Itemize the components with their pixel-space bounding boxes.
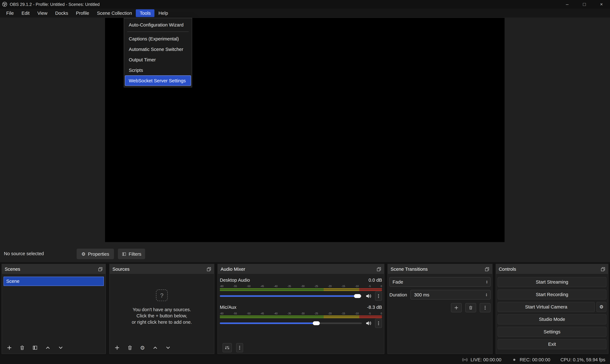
meter-tick-label: -30 [301, 312, 305, 315]
transition-select[interactable]: Fade ▴▾ [389, 277, 491, 287]
tools-dropdown-menu: Auto-Configuration Wizard Captions (Expe… [124, 18, 192, 87]
audio-mixer-body: Desktop Audio 0.0 dB -60-55-50-45-40-35-… [218, 274, 384, 353]
status-bar: LIVE: 00:00:00 REC: 00:00:00 CPU: 0.1%, … [0, 355, 610, 364]
add-scene-button plus-icon[interactable] [7, 345, 12, 350]
add-transition-button[interactable] [451, 303, 462, 312]
remove-scene-button trash-icon[interactable] [19, 345, 25, 350]
menu-docks[interactable]: Docks [51, 9, 72, 17]
meter-tick-label: -10 [355, 312, 359, 315]
channel-name: Mic/Aux [220, 304, 236, 310]
sources-list[interactable]: ? You don't have any sources. Click the … [110, 274, 214, 353]
meter-tick-label: -60 [220, 284, 223, 288]
kebab-icon [376, 294, 381, 298]
filters-button[interactable]: Filters [118, 249, 145, 259]
remove-transition-button[interactable] [465, 303, 476, 312]
menu-item-scripts[interactable]: Scripts [125, 65, 191, 75]
properties-button[interactable]: ⚙ Properties [77, 249, 114, 259]
mixer-channel-desktop-audio: Desktop Audio 0.0 dB -60-55-50-45-40-35-… [220, 277, 382, 301]
maximize-button[interactable]: □ [576, 0, 593, 9]
duration-spinbox[interactable]: 300 ms ▴▾ [411, 290, 491, 299]
scenes-list: Scene [2, 274, 105, 353]
remove-source-button trash-icon[interactable] [127, 345, 133, 350]
channel-menu-button[interactable] [375, 319, 382, 328]
channel-volume-db: 0.0 dB [368, 277, 382, 283]
scene-list-item[interactable]: Scene [3, 277, 104, 286]
move-source-up-button chevron-up-icon[interactable] [152, 345, 158, 350]
scene-transitions-body: Fade ▴▾ Duration 300 ms ▴▾ [388, 274, 492, 353]
source-properties-button gear-icon[interactable]: ⚙ [140, 345, 145, 351]
meter-tick-label: -25 [314, 284, 318, 288]
menu-tools[interactable]: Tools [136, 9, 155, 17]
meter-tick-label: -60 [220, 312, 223, 315]
mixer-menu-button[interactable] [236, 343, 243, 352]
scene-transitions-title: Scene Transitions [390, 266, 428, 272]
meter-tick-label: -40 [274, 312, 277, 315]
meter-tick-label: -20 [328, 284, 332, 288]
kebab-icon [237, 345, 242, 350]
volume-meter [220, 288, 382, 289]
volume-slider[interactable] [220, 323, 362, 324]
start-recording-button[interactable]: Start Recording [498, 289, 607, 299]
move-source-down-button chevron-down-icon[interactable] [165, 345, 171, 350]
menu-item-auto-configuration-wizard[interactable]: Auto-Configuration Wizard [125, 19, 191, 30]
transition-menu-button[interactable] [480, 303, 491, 312]
move-scene-down-button chevron-down-icon[interactable] [58, 345, 63, 350]
meter-tick-label: -30 [301, 284, 305, 288]
audio-mixer-title: Audio Mixer [221, 266, 245, 272]
scene-filters-button filter-icon[interactable] [32, 345, 38, 350]
menu-item-output-timer[interactable]: Output Timer [125, 54, 191, 65]
minimize-button[interactable]: – [559, 0, 576, 9]
popout-icon[interactable] [98, 267, 103, 271]
sources-empty-state: ? You don't have any sources. Click the … [110, 289, 214, 325]
sources-panel: Sources ? You don't have any sources. Cl… [109, 264, 214, 354]
popout-icon[interactable] [207, 267, 211, 271]
exit-button[interactable]: Exit [498, 339, 607, 350]
popout-icon[interactable] [376, 267, 381, 271]
kebab-icon [376, 321, 381, 325]
volume-slider-handle[interactable] [354, 294, 361, 298]
volume-slider[interactable] [220, 295, 362, 297]
gear-icon: ⚙ [599, 304, 603, 310]
meter-tick-label: -5 [368, 312, 371, 315]
channel-name: Desktop Audio [220, 277, 250, 283]
start-virtual-camera-button[interactable]: Start Virtual Camera [498, 302, 595, 312]
popout-icon[interactable] [601, 267, 605, 271]
menu-item-captions[interactable]: Captions (Experimental) [125, 33, 191, 44]
menu-scene-collection[interactable]: Scene Collection [93, 9, 136, 17]
popout-icon[interactable] [485, 267, 489, 271]
meter-tick-label: -50 [247, 284, 250, 288]
close-button[interactable]: × [593, 0, 610, 9]
menu-edit[interactable]: Edit [18, 9, 33, 17]
meter-tick-label: -50 [247, 312, 250, 315]
meter-tick-label: 0 [381, 312, 382, 315]
studio-mode-button[interactable]: Studio Mode [498, 314, 607, 325]
volume-slider-handle[interactable] [313, 321, 320, 325]
settings-button[interactable]: Settings [498, 327, 607, 337]
scenes-panel-header: Scenes [2, 264, 105, 274]
transition-selected-value: Fade [393, 279, 403, 285]
menu-item-websocket-server-settings[interactable]: WebSocket Server Settings [125, 75, 191, 86]
meter-tick-label: 0 [381, 284, 382, 288]
add-source-button plus-icon[interactable] [114, 345, 120, 350]
speaker-icon mute-toggle[interactable] [365, 293, 372, 299]
meter-tick-label: -25 [314, 312, 318, 315]
menu-file[interactable]: File [2, 9, 18, 17]
meter-tick-label: -35 [288, 284, 291, 288]
move-scene-up-button chevron-up-icon[interactable] [45, 345, 51, 350]
menu-view[interactable]: View [33, 9, 51, 17]
advanced-audio-button[interactable] [222, 343, 232, 352]
start-streaming-button[interactable]: Start Streaming [498, 277, 607, 287]
menu-bar: File Edit View Docks Profile Scene Colle… [0, 9, 610, 17]
menu-help[interactable]: Help [154, 9, 172, 17]
broadcast-icon [462, 357, 468, 362]
spinner-arrows-icon[interactable]: ▴▾ [486, 293, 487, 297]
virtual-camera-config-button[interactable]: ⚙ [596, 302, 607, 312]
speaker-icon mute-toggle[interactable] [365, 320, 372, 326]
window-title: OBS 29.1.2 - Profile: Untitled - Scenes:… [10, 2, 99, 7]
scenes-panel-title: Scenes [5, 266, 20, 272]
meter-tick-label: -55 [233, 312, 237, 315]
mixer-channel-mic-aux: Mic/Aux -8.3 dB -60-55-50-45-40-35-30-25… [220, 304, 382, 328]
menu-profile[interactable]: Profile [72, 9, 93, 17]
menu-item-automatic-scene-switcher[interactable]: Automatic Scene Switcher [125, 44, 191, 54]
channel-menu-button[interactable] [375, 291, 382, 301]
